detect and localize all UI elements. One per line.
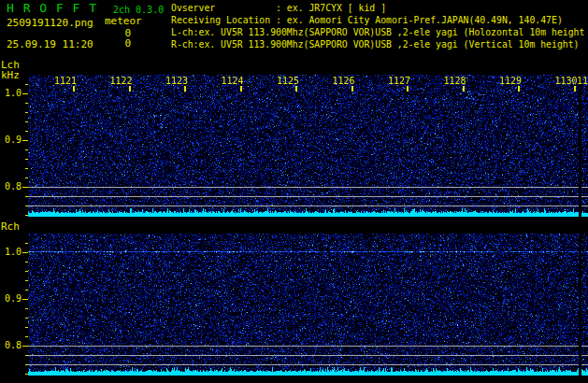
rch-spectrogram-panel: [28, 234, 588, 376]
rch-meteor-count: 0: [103, 38, 131, 50]
station-info-block: Ovserver : ex. JR7CYX [ kid ]Receiving L…: [171, 2, 584, 50]
rch-freq-label: 1.0: [0, 247, 22, 257]
time-label: 1125: [273, 76, 299, 86]
reference-line: [28, 196, 588, 197]
time-label: 1130: [552, 76, 578, 86]
app-version: 2ch 0.3.0: [113, 5, 164, 15]
lch-spectrogram-panel: 1121112211231124112511261127112811291130…: [28, 75, 588, 217]
time-label: 1124: [218, 76, 244, 86]
lch-freq-label: 1.0: [0, 88, 22, 98]
time-label: 1127: [384, 76, 410, 86]
station-info-line: Receiving Location : ex. Aomori City Aom…: [171, 14, 584, 26]
rch-freq-label: 0.9: [0, 293, 22, 304]
minute-tick: [184, 86, 186, 92]
reference-line: [28, 206, 588, 206]
write-cursor-gap: [579, 234, 581, 376]
khz-unit-label: kHz: [1, 69, 20, 81]
reference-line: [28, 355, 588, 356]
minute-tick: [351, 86, 353, 92]
minute-tick: [574, 86, 576, 92]
rch-axis-label: Rch: [1, 220, 20, 233]
reference-line: [28, 364, 588, 365]
station-info-line: Ovserver : ex. JR7CYX [ kid ]: [171, 2, 584, 14]
write-cursor-gap: [579, 75, 581, 217]
reference-line: [28, 346, 588, 347]
rch-freq-label: 0.8: [0, 340, 22, 350]
station-info-line: L-ch:ex. UV5R 113.900Mhz(SAPPORO VOR)USB…: [171, 26, 584, 38]
hrofft-screen: H R O F F T 2ch 0.3.0 2509191120.png met…: [0, 0, 588, 383]
reference-line: [28, 187, 588, 188]
lch-freq-label: 0.8: [0, 181, 22, 192]
time-label: 1122: [107, 76, 133, 86]
minute-tick: [240, 86, 242, 92]
app-title: H R O F F T: [7, 2, 97, 15]
minute-tick: [73, 86, 75, 92]
output-filename: 2509191120.png: [7, 18, 93, 29]
time-label: 1126: [329, 76, 355, 86]
time-label-partial: 11: [577, 76, 588, 86]
minute-tick: [518, 86, 520, 92]
minute-tick: [129, 86, 131, 92]
time-label: 1128: [440, 76, 466, 86]
minute-tick: [463, 86, 465, 92]
minute-tick: [295, 86, 297, 92]
lch-freq-label: 0.9: [0, 135, 22, 145]
time-label: 1121: [50, 76, 77, 86]
time-label: 1129: [495, 76, 522, 86]
datetime-label: 25.09.19 11:20: [7, 39, 93, 50]
station-info-line: R-ch:ex. UV5R 113.900Mhz(SAPPORO VOR)USB…: [171, 38, 584, 50]
time-label: 1123: [162, 76, 188, 86]
mode-label: meteor: [105, 16, 142, 27]
minute-tick: [407, 86, 409, 92]
